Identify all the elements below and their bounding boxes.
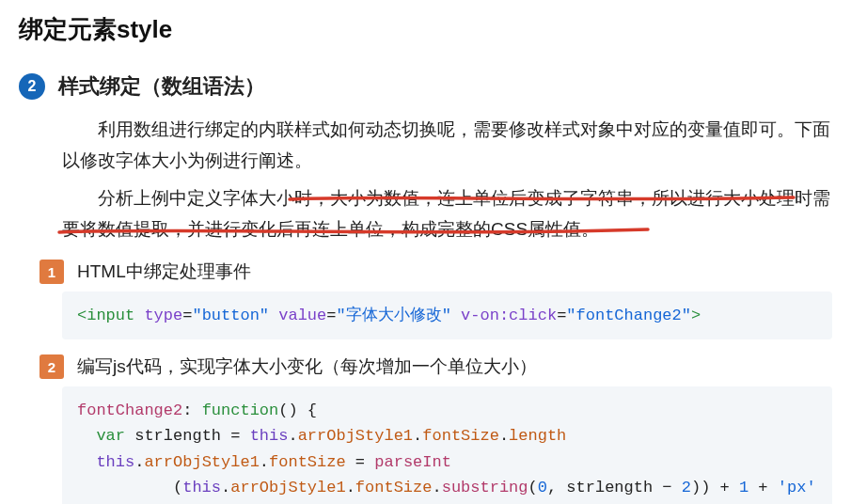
section-title: 样式绑定（数组语法） xyxy=(58,72,265,101)
code-token: 0 xyxy=(538,479,547,496)
code-token: , strlength − xyxy=(547,479,682,496)
code-token: type xyxy=(144,307,182,324)
code-token: length xyxy=(509,427,566,445)
code-token: )) + xyxy=(691,479,739,496)
code-token: fontChange2 xyxy=(77,402,182,419)
step-1-badge: 1 xyxy=(39,260,64,284)
code-token: . xyxy=(134,453,144,471)
code-token: function xyxy=(202,402,279,419)
code-token: this xyxy=(96,453,134,471)
code-token: . xyxy=(288,427,297,445)
code-token: this xyxy=(182,479,221,496)
code-token: ( xyxy=(77,479,182,496)
page-title: 绑定元素style xyxy=(19,13,832,46)
code-token: arrObjStyle1 xyxy=(230,479,345,496)
code-token: "字体大小修改" xyxy=(336,307,450,324)
paragraph-2: 分析上例中定义字体大小时，大小为数值，连上单位后变成了字符串，所以进行大小处理时… xyxy=(62,182,832,245)
code-token: var xyxy=(96,427,125,445)
code-token: fontSize xyxy=(269,453,346,471)
step-2-title: 编写js代码，实现字体大小变化（每次增加一个单位大小） xyxy=(77,354,537,379)
code-token: "button" xyxy=(192,307,269,324)
code-token: = xyxy=(346,453,375,471)
code-token: this xyxy=(250,427,289,445)
section-header: 2 样式绑定（数组语法） xyxy=(19,72,832,101)
code-block-js: fontChange2: function() { var strlength … xyxy=(62,386,832,504)
code-token xyxy=(77,427,96,445)
code-token: parseInt xyxy=(374,453,451,471)
step-2-header: 2 编写js代码，实现字体大小变化（每次增加一个单位大小） xyxy=(39,354,832,379)
code-token: 2 xyxy=(682,479,691,496)
code-token: v-on:click xyxy=(461,307,557,324)
code-token: () { xyxy=(278,402,317,419)
paragraph-1: 利用数组进行绑定的内联样式如何动态切换呢，需要修改样式对象中对应的变量值即可。下… xyxy=(62,114,832,177)
code-token: > xyxy=(691,307,701,324)
code-token: arrObjStyle1 xyxy=(298,427,413,445)
code-token: fontSize xyxy=(422,427,499,445)
code-token: . xyxy=(499,427,509,445)
step-1-header: 1 HTML中绑定处理事件 xyxy=(39,260,832,284)
code-token: fontSize xyxy=(355,479,433,496)
code-token: arrObjStyle1 xyxy=(144,453,259,471)
code-token: "fontChange2" xyxy=(566,307,691,324)
code-token xyxy=(77,453,96,471)
code-token: substring xyxy=(442,479,528,496)
code-token: strlength = xyxy=(125,427,250,445)
code-token: 'px' xyxy=(778,479,816,496)
step-2-badge: 2 xyxy=(39,354,64,379)
section-badge: 2 xyxy=(19,73,45,100)
code-block-html: <input type="button" value="字体大小修改" v-on… xyxy=(62,291,832,339)
code-token: . xyxy=(260,453,269,471)
code-token: . xyxy=(413,427,422,445)
code-token: . xyxy=(432,479,441,496)
step-1-title: HTML中绑定处理事件 xyxy=(77,260,251,284)
code-token: : xyxy=(182,402,201,419)
code-token: value xyxy=(278,307,326,324)
code-token: 1 xyxy=(739,479,749,496)
code-token: . xyxy=(221,479,230,496)
code-token: . xyxy=(346,479,355,496)
code-token: + xyxy=(749,479,778,496)
code-token: <input xyxy=(77,307,134,324)
code-token: ( xyxy=(528,479,538,496)
